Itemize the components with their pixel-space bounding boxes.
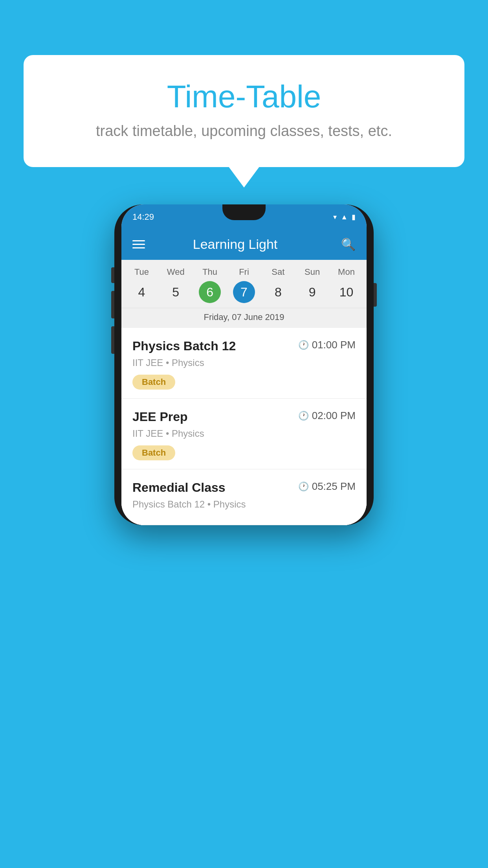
status-icons: ▾ ▲ ▮ [333, 213, 356, 221]
search-button[interactable]: 🔍 [341, 237, 356, 251]
clock-icon: 🕐 [298, 411, 309, 421]
day-col[interactable]: Wed5 [165, 267, 187, 308]
status-bar: 14:29 ▾ ▲ ▮ [121, 204, 367, 230]
day-number[interactable]: 10 [335, 281, 357, 303]
day-name: Mon [338, 267, 355, 277]
schedule-item-badge: Batch [132, 445, 175, 460]
status-time: 14:29 [132, 212, 154, 222]
phone-mockup: 14:29 ▾ ▲ ▮ Learning Light 🔍 [114, 197, 374, 533]
schedule-item-time: 🕐 02:00 PM [298, 410, 356, 422]
day-col[interactable]: Tue4 [130, 267, 152, 308]
wifi-icon: ▾ [333, 213, 337, 221]
schedule-item-time: 🕐 05:25 PM [298, 480, 356, 493]
day-number[interactable]: 7 [233, 281, 255, 303]
power-button [374, 283, 377, 307]
schedule-item-title: JEE Prep [132, 410, 188, 424]
schedule-item-header: Remedial Class🕐 05:25 PM [132, 480, 356, 495]
day-name: Thu [202, 267, 217, 277]
bubble-title: Time-Table [55, 79, 433, 115]
day-name: Sun [305, 267, 320, 277]
day-number[interactable]: 6 [199, 281, 221, 303]
schedule-item-header: Physics Batch 12🕐 01:00 PM [132, 339, 356, 353]
schedule-item-sub: IIT JEE • Physics [132, 428, 356, 439]
clock-icon: 🕐 [298, 340, 309, 350]
schedule-item[interactable]: JEE Prep🕐 02:00 PMIIT JEE • PhysicsBatch [121, 399, 367, 469]
day-number[interactable]: 5 [165, 281, 187, 303]
day-col[interactable]: Sat8 [267, 267, 289, 308]
schedule-item-title: Physics Batch 12 [132, 339, 236, 353]
volume-down-button [111, 326, 114, 354]
schedule-item[interactable]: Physics Batch 12🕐 01:00 PMIIT JEE • Phys… [121, 328, 367, 399]
schedule-item-time: 🕐 01:00 PM [298, 339, 356, 351]
schedule-list: Physics Batch 12🕐 01:00 PMIIT JEE • Phys… [121, 328, 367, 525]
selected-date-label: Friday, 07 June 2019 [121, 308, 367, 328]
day-col[interactable]: Fri7 [233, 267, 255, 308]
days-row: Tue4Wed5Thu6Fri7Sat8Sun9Mon10 [121, 267, 367, 308]
day-name: Fri [239, 267, 249, 277]
clock-icon: 🕐 [298, 482, 309, 492]
mute-button [111, 267, 114, 283]
schedule-item-sub: IIT JEE • Physics [132, 357, 356, 368]
app-header: Learning Light 🔍 [121, 230, 367, 260]
app-title: Learning Light [129, 237, 341, 252]
calendar-strip: Tue4Wed5Thu6Fri7Sat8Sun9Mon10 Friday, 07… [121, 260, 367, 328]
schedule-item-sub: Physics Batch 12 • Physics [132, 499, 356, 510]
day-number[interactable]: 4 [130, 281, 152, 303]
day-name: Sat [272, 267, 284, 277]
battery-icon: ▮ [352, 213, 356, 221]
signal-icon: ▲ [341, 213, 348, 221]
schedule-item-title: Remedial Class [132, 480, 226, 495]
phone-outer: 14:29 ▾ ▲ ▮ Learning Light 🔍 [114, 204, 374, 525]
schedule-item-header: JEE Prep🕐 02:00 PM [132, 410, 356, 424]
day-col[interactable]: Thu6 [199, 267, 221, 308]
speech-bubble-container: Time-Table track timetable, upcoming cla… [24, 55, 464, 167]
screen-content: Tue4Wed5Thu6Fri7Sat8Sun9Mon10 Friday, 07… [121, 260, 367, 525]
day-col[interactable]: Sun9 [301, 267, 323, 308]
schedule-item[interactable]: Remedial Class🕐 05:25 PMPhysics Batch 12… [121, 469, 367, 525]
day-col[interactable]: Mon10 [335, 267, 357, 308]
schedule-item-badge: Batch [132, 375, 175, 390]
day-number[interactable]: 8 [267, 281, 289, 303]
speech-bubble: Time-Table track timetable, upcoming cla… [24, 55, 464, 167]
volume-up-button [111, 291, 114, 318]
phone-screen: 14:29 ▾ ▲ ▮ Learning Light 🔍 [121, 204, 367, 525]
day-number[interactable]: 9 [301, 281, 323, 303]
day-name: Wed [167, 267, 185, 277]
notch [222, 204, 266, 220]
day-name: Tue [134, 267, 149, 277]
bubble-subtitle: track timetable, upcoming classes, tests… [55, 123, 433, 140]
